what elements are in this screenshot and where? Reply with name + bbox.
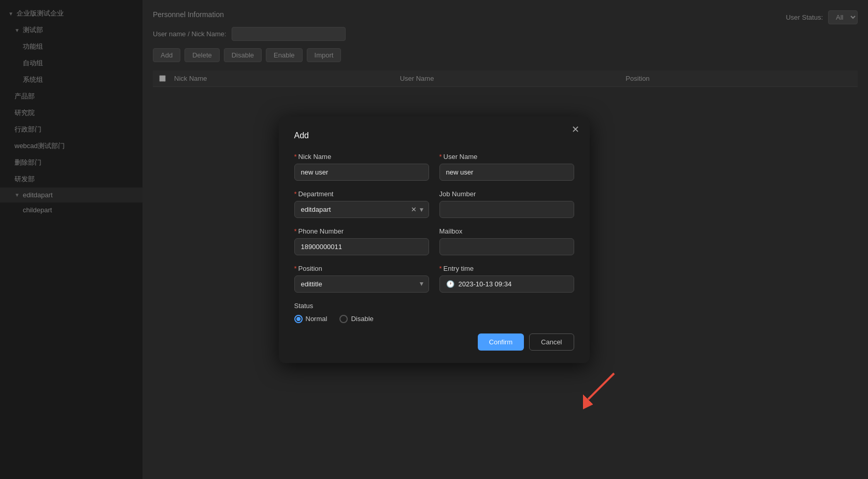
form-row-3: * Phone Number Mailbox bbox=[294, 227, 574, 255]
clock-icon: 🕐 bbox=[446, 280, 454, 288]
modal-title: Add bbox=[294, 131, 574, 140]
radio-group: Normal Disable bbox=[294, 315, 574, 323]
required-star: * bbox=[439, 153, 442, 161]
jobnumber-group: Job Number bbox=[439, 190, 574, 218]
phone-group: * Phone Number bbox=[294, 227, 429, 255]
department-select[interactable]: editdapart bbox=[294, 201, 429, 218]
jobnumber-label: Job Number bbox=[439, 190, 574, 198]
radio-disable-label: Disable bbox=[351, 315, 373, 323]
mailbox-group: Mailbox bbox=[439, 227, 574, 255]
entrytime-input-wrapper[interactable]: 🕐 2023-10-13 09:34 bbox=[439, 275, 574, 293]
cancel-button[interactable]: Cancel bbox=[529, 333, 574, 351]
entrytime-group: * Entry time 🕐 2023-10-13 09:34 bbox=[439, 265, 574, 293]
modal-overlay: Add ✕ * Nick Name * User Name bbox=[0, 0, 868, 479]
entrytime-label: * Entry time bbox=[439, 265, 574, 272]
svg-line-1 bbox=[588, 373, 614, 399]
department-label: * Department bbox=[294, 190, 429, 198]
mailbox-input[interactable] bbox=[439, 238, 574, 255]
username-input[interactable] bbox=[439, 164, 574, 181]
form-row-2: * Department editdapart ✕ ▼ Job Number bbox=[294, 190, 574, 218]
position-select-wrapper: edittitle ▼ bbox=[294, 275, 429, 293]
position-select[interactable]: edittitle bbox=[294, 275, 429, 293]
status-label: Status bbox=[294, 302, 574, 310]
modal-footer: Confirm Cancel bbox=[294, 333, 574, 351]
required-star: * bbox=[294, 265, 297, 272]
required-star: * bbox=[439, 265, 442, 272]
clear-icon[interactable]: ✕ bbox=[411, 206, 417, 213]
radio-disable-dot bbox=[339, 315, 348, 323]
department-select-wrapper: editdapart ✕ ▼ bbox=[294, 201, 429, 218]
username-label: * User Name bbox=[439, 153, 574, 161]
modal-close-button[interactable]: ✕ bbox=[572, 125, 579, 134]
required-star: * bbox=[294, 227, 297, 235]
radio-normal[interactable]: Normal bbox=[294, 315, 328, 323]
confirm-button[interactable]: Confirm bbox=[478, 333, 524, 351]
radio-normal-label: Normal bbox=[306, 315, 328, 323]
form-row-4: * Position edittitle ▼ * Entry time bbox=[294, 265, 574, 293]
phone-input[interactable] bbox=[294, 238, 429, 255]
form-row-1: * Nick Name * User Name bbox=[294, 153, 574, 181]
position-group: * Position edittitle ▼ bbox=[294, 265, 429, 293]
jobnumber-input[interactable] bbox=[439, 201, 574, 218]
phone-label: * Phone Number bbox=[294, 227, 429, 235]
entrytime-value: 2023-10-13 09:34 bbox=[459, 280, 512, 288]
mailbox-label: Mailbox bbox=[439, 227, 574, 235]
position-label: * Position bbox=[294, 265, 429, 272]
radio-disable[interactable]: Disable bbox=[339, 315, 373, 323]
radio-normal-dot bbox=[294, 315, 303, 323]
red-arrow-indicator bbox=[583, 368, 624, 412]
required-star: * bbox=[294, 153, 297, 161]
nickname-input[interactable] bbox=[294, 164, 429, 181]
username-group: * User Name bbox=[439, 153, 574, 181]
nickname-label: * Nick Name bbox=[294, 153, 429, 161]
status-section: Status Normal Disable bbox=[294, 302, 574, 323]
required-star: * bbox=[294, 190, 297, 198]
nickname-group: * Nick Name bbox=[294, 153, 429, 181]
add-user-modal: Add ✕ * Nick Name * User Name bbox=[279, 117, 590, 363]
department-group: * Department editdapart ✕ ▼ bbox=[294, 190, 429, 218]
